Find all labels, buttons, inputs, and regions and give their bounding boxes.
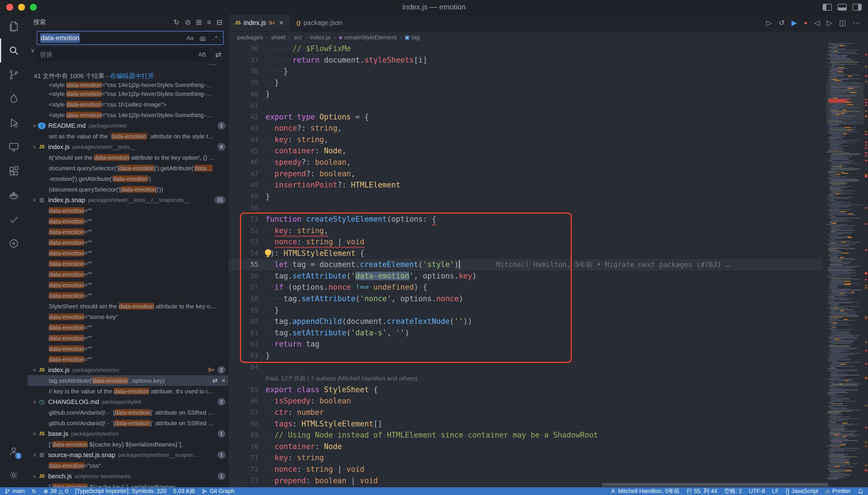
search-result-match[interactable]: data-emotion="" — [28, 205, 228, 216]
search-result-match[interactable]: data-emotion="" — [28, 322, 228, 333]
timeline-icon[interactable]: ↺ — [779, 19, 785, 27]
breadcrumb-item-sheet[interactable]: sheet — [271, 34, 285, 41]
replace-match-icon[interactable]: ⇄ — [212, 377, 218, 385]
test-explorer-icon[interactable] — [0, 207, 27, 232]
droplet-icon[interactable] — [0, 87, 27, 111]
accounts-icon[interactable]: 1 — [0, 439, 27, 463]
tab-package-json[interactable]: {} package.json — [290, 14, 349, 31]
toggle-replace-chevron-icon[interactable]: ∨ — [29, 31, 37, 69]
code-line[interactable]: 60··tag.appendChild(document.createTextN… — [228, 316, 822, 327]
view-as-tree-icon[interactable]: ≡ — [207, 18, 211, 27]
code-line[interactable]: 43··nonce?:·string, — [228, 123, 822, 134]
code-line[interactable]: 37······return·document.styleSheets[i] — [228, 54, 822, 66]
source-control-icon[interactable] — [0, 63, 27, 87]
horizontal-scrollbar[interactable] — [602, 483, 828, 487]
code-line[interactable]: 51function·createStyleElement(options:·{ — [228, 214, 822, 225]
code-line[interactable]: 39··} — [228, 77, 822, 89]
replace-input[interactable]: 替换 AB — [37, 48, 210, 62]
code-line[interactable]: 66··isSpeedy:·boolean — [228, 395, 822, 407]
toggle-panel-icon[interactable] — [837, 4, 847, 11]
problems-item[interactable]: ⊗39 △0 — [44, 488, 68, 495]
file-size-item[interactable]: 5.03 KiB — [173, 488, 195, 494]
search-result-file[interactable]: ∨≣source-map.test.js.snappackages/styled… — [28, 450, 228, 460]
notifications-bell-icon[interactable] — [858, 489, 863, 494]
toggle-secondary-sidebar-icon[interactable] — [852, 4, 862, 11]
lightbulb-icon[interactable] — [265, 249, 271, 256]
code-line[interactable]: 56··tag.setAttribute('data-emotion',·opt… — [228, 271, 822, 282]
search-result-match[interactable]: data-emotion="" — [28, 343, 228, 354]
chevron-down-icon[interactable]: ∨ — [31, 197, 38, 203]
code-line[interactable]: 50 — [228, 202, 822, 214]
minimize-window-button[interactable] — [18, 4, 25, 11]
code-lens[interactable]: Paul, 12个月前 | 7 authors (Mitchell Hamilt… — [228, 373, 822, 384]
live-share-icon[interactable] — [0, 232, 27, 256]
breadcrumb-item-createStyleElement[interactable]: ◈createStyleElement — [339, 34, 397, 41]
record-icon[interactable]: ● — [804, 19, 808, 26]
cursor-position-item[interactable]: 行 55, 列 44 — [687, 487, 717, 495]
clear-results-icon[interactable]: ⊘ — [185, 18, 191, 27]
search-result-file[interactable]: ∨◷CHANGELOG.mdpackages/styled2 — [28, 396, 228, 407]
code-line[interactable]: 46··speedy?:·boolean, — [228, 157, 822, 168]
code-line[interactable]: 70··container:·Node — [228, 441, 822, 453]
search-result-match[interactable]: document.querySelector('[data-emotion]')… — [28, 163, 228, 173]
code-line[interactable]: 49} — [228, 191, 822, 202]
search-result-match[interactable]: data-emotion="" — [28, 216, 228, 226]
search-details-icon[interactable]: ··· — [209, 62, 216, 69]
indentation-item[interactable]: 空格: 2 — [724, 487, 742, 495]
eol-item[interactable]: LF — [772, 488, 779, 494]
search-result-match[interactable]: -emotion]').getAttribute('data-emotion') — [28, 173, 228, 184]
toggle-sidebar-icon[interactable] — [823, 4, 832, 11]
close-icon[interactable]: × — [279, 18, 283, 27]
code-line[interactable]: 71··key:·string — [228, 452, 822, 464]
code-line[interactable]: 45··container:·Node, — [228, 145, 822, 157]
search-result-match[interactable]: data-emotion="" — [28, 258, 228, 269]
explorer-icon[interactable] — [0, 14, 27, 38]
nav-back-icon[interactable]: ◁ — [814, 19, 820, 27]
close-window-button[interactable] — [6, 4, 13, 11]
open-in-editor-icon[interactable]: ⊞ — [196, 18, 202, 27]
match-case-icon[interactable]: Aa — [185, 33, 195, 43]
code-editor[interactable]: 36······//·$FlowFixMe37······return·docu… — [228, 43, 822, 487]
search-result-match[interactable]: it('should set the data-emotion attribut… — [28, 152, 228, 163]
search-result-match[interactable]: (document.querySelector('[data-emotion]'… — [28, 184, 228, 195]
code-line[interactable]: 42export·type·Options·=·{ — [228, 112, 822, 123]
code-line[interactable]: 61··tag.setAttribute('data-s',·'') — [228, 327, 822, 339]
dismiss-match-icon[interactable]: × — [222, 377, 225, 385]
chevron-down-icon[interactable]: ∨ — [31, 144, 38, 150]
code-line[interactable]: 41 — [228, 100, 822, 112]
chevron-down-icon[interactable]: ∨ — [31, 123, 38, 129]
minimap[interactable] — [826, 43, 864, 487]
split-editor-icon[interactable]: ◫ — [839, 19, 846, 27]
chevron-down-icon[interactable]: ∨ — [31, 474, 38, 479]
code-line[interactable]: 68··tags:·HTMLStyleElement[] — [228, 419, 822, 430]
search-result-match[interactable]: data-emotion="some-key" — [28, 311, 228, 322]
search-input[interactable]: data-emotion Aa ab .* — [37, 31, 224, 45]
code-line[interactable]: 69··//·Using·Node·instead·of·HTMLElement… — [228, 429, 822, 441]
language-item[interactable]: {}JavaScript — [786, 488, 818, 494]
search-result-match[interactable]: <style data-emotion="css 14e1j2p-hoverSt… — [28, 82, 228, 88]
code-line[interactable]: 54}):·HTMLStyleElement·{ — [228, 248, 822, 259]
code-line[interactable]: 65export·class·StyleSheet·{ — [228, 384, 822, 396]
code-line[interactable]: 53··nonce:·string·|·void — [228, 236, 822, 248]
extensions-icon[interactable] — [0, 159, 27, 183]
code-line[interactable]: 47··prepend?:·boolean, — [228, 168, 822, 180]
encoding-item[interactable]: UTF-8 — [749, 488, 765, 494]
chevron-down-icon[interactable]: ∨ — [31, 367, 38, 373]
code-line[interactable]: 44··key:·string, — [228, 134, 822, 146]
code-line[interactable]: 55··let·tag·=·document.createElement('st… — [228, 259, 822, 271]
search-result-match[interactable]: <style data-emotion="css 1h1w8ez-Image"> — [28, 99, 228, 110]
blame-item[interactable]: Mitchell Hamilton, 5年前 — [610, 487, 680, 495]
collapse-all-icon[interactable]: ⊟ — [216, 18, 223, 27]
nav-forward-icon[interactable]: ▷ — [827, 19, 832, 27]
search-result-match[interactable]: data-emotion="" — [28, 226, 228, 237]
search-result-match[interactable]: data-emotion="" — [28, 280, 228, 290]
search-result-file[interactable]: ∨JSbase.jspackages/styled/src1 — [28, 428, 228, 439]
breadcrumb-item-index.js[interactable]: index.js — [310, 34, 330, 41]
sync-icon[interactable]: ↻ — [32, 488, 36, 495]
search-result-match[interactable]: <style data-emotion="css 14e1j2p-hoverSt… — [28, 110, 228, 120]
formatter-item[interactable]: ⚠Prettier — [825, 488, 851, 495]
search-result-match[interactable]: github.com/Andarist)! - `[data-emotion]`… — [28, 418, 228, 428]
search-result-match[interactable]: data-emotion="" — [28, 248, 228, 258]
code-line[interactable]: 38····} — [228, 66, 822, 77]
zoom-window-button[interactable] — [30, 4, 37, 11]
